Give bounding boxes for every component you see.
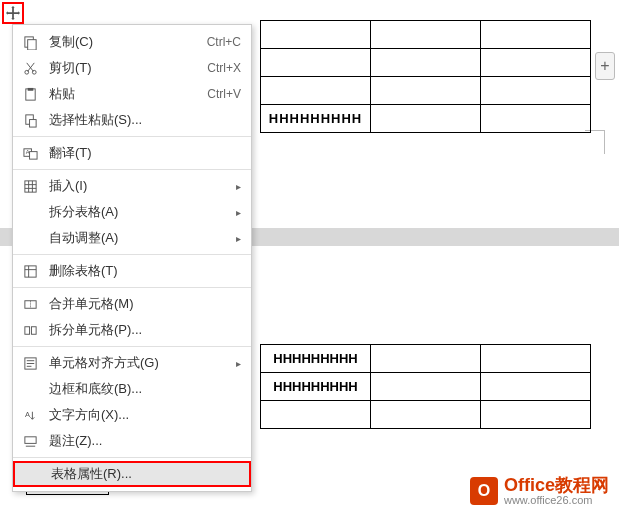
table-cell[interactable]: HHHHHHHHH bbox=[261, 373, 371, 401]
menu-label: 删除表格(T) bbox=[49, 262, 241, 280]
svg-rect-5 bbox=[27, 87, 33, 90]
menu-label: 单元格对齐方式(G) bbox=[49, 354, 228, 372]
watermark: O Office教程网 www.office26.com bbox=[470, 476, 609, 507]
menu-label: 拆分表格(A) bbox=[49, 203, 228, 221]
table-cell[interactable]: HHHHHHHHH bbox=[261, 105, 371, 133]
table-row[interactable] bbox=[261, 401, 591, 429]
blank-icon bbox=[23, 465, 41, 483]
svg-rect-15 bbox=[31, 326, 36, 334]
menu-cut[interactable]: 剪切(T) Ctrl+X bbox=[13, 55, 251, 81]
menu-label: 选择性粘贴(S)... bbox=[49, 111, 241, 129]
move-icon bbox=[6, 6, 20, 20]
menu-merge-cells[interactable]: 合并单元格(M) bbox=[13, 291, 251, 317]
menu-label: 合并单元格(M) bbox=[49, 295, 241, 313]
blank-icon bbox=[21, 229, 39, 247]
menu-split-table[interactable]: 拆分表格(A) ▸ bbox=[13, 199, 251, 225]
table-row[interactable] bbox=[261, 77, 591, 105]
menu-shortcut: Ctrl+C bbox=[207, 35, 241, 49]
svg-text:A: A bbox=[24, 410, 29, 419]
menu-borders-shading[interactable]: 边框和底纹(B)... bbox=[13, 376, 251, 402]
table-row[interactable]: HHHHHHHHH bbox=[261, 345, 591, 373]
svg-rect-11 bbox=[24, 180, 35, 191]
align-icon bbox=[21, 354, 39, 372]
menu-label: 剪切(T) bbox=[49, 59, 207, 77]
text-direction-icon: A bbox=[21, 406, 39, 424]
menu-text-direction[interactable]: A 文字方向(X)... bbox=[13, 402, 251, 428]
watermark-title: Office教程网 bbox=[504, 476, 609, 494]
menu-separator bbox=[13, 457, 251, 458]
menu-separator bbox=[13, 287, 251, 288]
watermark-url: www.office26.com bbox=[504, 494, 609, 507]
translate-icon: A bbox=[21, 144, 39, 162]
menu-cell-align[interactable]: 单元格对齐方式(G) ▸ bbox=[13, 350, 251, 376]
menu-shortcut: Ctrl+X bbox=[207, 61, 241, 75]
table-row[interactable]: HHHHHHHHH bbox=[261, 373, 591, 401]
svg-rect-1 bbox=[27, 39, 35, 49]
menu-label: 拆分单元格(P)... bbox=[49, 321, 241, 339]
paste-icon bbox=[21, 85, 39, 103]
menu-label: 题注(Z)... bbox=[49, 432, 241, 450]
caption-icon bbox=[21, 432, 39, 450]
menu-caption[interactable]: 题注(Z)... bbox=[13, 428, 251, 454]
svg-rect-12 bbox=[24, 265, 35, 276]
split-icon bbox=[21, 321, 39, 339]
context-menu: 复制(C) Ctrl+C 剪切(T) Ctrl+X 粘贴 Ctrl+V 选择性粘… bbox=[12, 24, 252, 492]
svg-rect-14 bbox=[24, 326, 29, 334]
menu-label: 插入(I) bbox=[49, 177, 228, 195]
svg-rect-10 bbox=[29, 151, 37, 159]
delete-table-icon bbox=[21, 262, 39, 280]
menu-label: 复制(C) bbox=[49, 33, 207, 51]
table-row[interactable] bbox=[261, 49, 591, 77]
menu-copy[interactable]: 复制(C) Ctrl+C bbox=[13, 29, 251, 55]
menu-translate[interactable]: A 翻译(T) bbox=[13, 140, 251, 166]
table-move-handle[interactable] bbox=[2, 2, 24, 24]
table-1[interactable]: HHHHHHHHH bbox=[260, 20, 591, 133]
chevron-right-icon: ▸ bbox=[236, 181, 241, 192]
menu-label: 边框和底纹(B)... bbox=[49, 380, 241, 398]
table-row[interactable]: HHHHHHHHH bbox=[261, 105, 591, 133]
svg-rect-7 bbox=[29, 119, 36, 127]
menu-label: 翻译(T) bbox=[49, 144, 241, 162]
menu-split-cells[interactable]: 拆分单元格(P)... bbox=[13, 317, 251, 343]
menu-label: 文字方向(X)... bbox=[49, 406, 241, 424]
menu-insert[interactable]: 插入(I) ▸ bbox=[13, 173, 251, 199]
chevron-right-icon: ▸ bbox=[236, 207, 241, 218]
table-2[interactable]: HHHHHHHHH HHHHHHHHH bbox=[260, 344, 591, 429]
menu-separator bbox=[13, 346, 251, 347]
chevron-right-icon: ▸ bbox=[236, 233, 241, 244]
menu-table-properties[interactable]: 表格属性(R)... bbox=[13, 461, 251, 487]
paste-special-icon bbox=[21, 111, 39, 129]
table-row[interactable] bbox=[261, 21, 591, 49]
menu-label: 自动调整(A) bbox=[49, 229, 228, 247]
chevron-right-icon: ▸ bbox=[236, 358, 241, 369]
blank-icon bbox=[21, 380, 39, 398]
plus-icon: + bbox=[600, 57, 609, 75]
office-logo-icon: O bbox=[470, 477, 498, 505]
menu-delete-table[interactable]: 删除表格(T) bbox=[13, 258, 251, 284]
menu-separator bbox=[13, 169, 251, 170]
svg-rect-18 bbox=[24, 436, 35, 443]
menu-autofit[interactable]: 自动调整(A) ▸ bbox=[13, 225, 251, 251]
menu-separator bbox=[13, 136, 251, 137]
menu-paste-special[interactable]: 选择性粘贴(S)... bbox=[13, 107, 251, 133]
blank-icon bbox=[21, 203, 39, 221]
menu-label: 粘贴 bbox=[49, 85, 207, 103]
table-cell[interactable]: HHHHHHHHH bbox=[261, 345, 371, 373]
page-corner-mark bbox=[585, 130, 605, 154]
copy-icon bbox=[21, 33, 39, 51]
menu-separator bbox=[13, 254, 251, 255]
insert-icon bbox=[21, 177, 39, 195]
menu-shortcut: Ctrl+V bbox=[207, 87, 241, 101]
menu-paste[interactable]: 粘贴 Ctrl+V bbox=[13, 81, 251, 107]
add-column-button[interactable]: + bbox=[595, 52, 615, 80]
merge-icon bbox=[21, 295, 39, 313]
menu-label: 表格属性(R)... bbox=[51, 465, 239, 483]
cut-icon bbox=[21, 59, 39, 77]
